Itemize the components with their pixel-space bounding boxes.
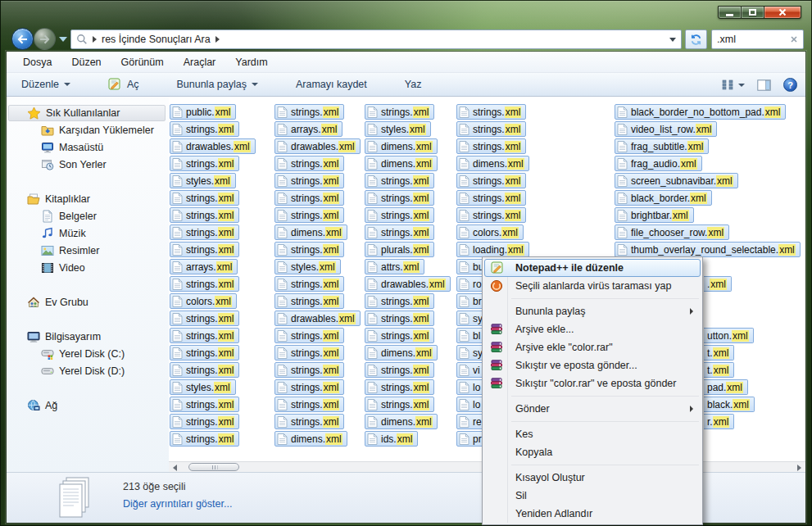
refresh-button[interactable] [685,29,707,49]
file-item[interactable]: styles.xml [365,121,431,137]
scrollbar-thumb[interactable] [188,463,239,471]
file-item[interactable]: strings.xml [274,345,344,360]
file-item[interactable]: colors.xml [456,224,524,240]
sidebar-item-video[interactable]: Video [8,260,166,276]
search-box[interactable] [711,29,804,49]
scroll-left-icon[interactable] [173,465,177,471]
context-menu-item-kopyala[interactable]: Kopyala [484,443,701,461]
toolbar-aramay-kaydet[interactable]: Aramayı kaydet [291,76,372,93]
file-item[interactable]: utton.xml [704,328,754,343]
file-item[interactable]: frag_audio.xml [615,156,702,171]
file-item[interactable]: styles.xml [274,259,341,274]
context-menu-item-s-k-t-r-color-rar-ve-eposta-g-nder[interactable]: Sıkıştır "color.rar" ve eposta gönder [484,374,701,392]
file-item[interactable]: r.xml [704,414,734,429]
sidebar-item-son-yerler[interactable]: Son Yerler [8,156,166,173]
toolbar-d-zenle[interactable]: Düzenle [16,76,75,93]
address-bar[interactable]: res İçinde Sonuçları Ara [70,29,682,49]
file-item[interactable]: strings.xml [274,242,344,257]
sidebar-item-s-k-kullan-lanlar[interactable]: Sık Kullanılanlar [8,105,166,121]
file-item[interactable]: strings.xml [456,138,526,154]
help-button[interactable]: ? [783,78,797,92]
maximize-button[interactable] [742,6,764,19]
file-item[interactable]: strings.xml [170,190,239,206]
file-item[interactable]: strings.xml [456,190,526,206]
file-item[interactable]: drawables.xml [365,276,451,292]
file-item[interactable]: strings.xml [365,362,434,378]
context-menu-item-notepad-ile-d-zenle[interactable]: Notepad++ ile düzenle [484,259,701,277]
file-item[interactable]: strings.xml [170,362,239,378]
file-item[interactable]: arrays.xml [170,259,238,274]
sidebar-item-bilgisayar-m[interactable]: Bilgisayarım [8,329,166,345]
sidebar-item-yerel-disk-d[interactable]: Yerel Disk (D:) [8,363,166,379]
file-item[interactable]: strings.xml [365,311,434,326]
clear-search-icon[interactable] [790,35,798,43]
file-item[interactable]: ids.xml [365,431,418,447]
search-input[interactable] [717,34,783,45]
file-item[interactable]: strings.xml [456,207,526,223]
context-menu-item-sil[interactable]: Sil [484,487,701,505]
file-item[interactable]: black.xml [704,397,755,412]
file-item[interactable]: strings.xml [170,431,239,447]
file-item[interactable]: colors.xml [170,293,237,309]
file-item[interactable]: strings.xml [365,224,434,240]
file-item[interactable]: strings.xml [170,311,239,326]
menubar-item-yard-m[interactable]: Yardım [225,53,277,71]
file-item[interactable]: t.xml [704,362,734,378]
file-item[interactable]: strings.xml [170,276,239,292]
recent-pages-dropdown-icon[interactable] [59,37,67,42]
file-item[interactable]: attrs.xml [365,259,424,274]
file-item[interactable]: strings.xml [274,414,344,429]
file-item[interactable]: strings.xml [170,414,239,429]
scroll-right-icon[interactable] [797,465,801,471]
file-item[interactable]: drawables.xml [274,311,361,326]
file-item[interactable]: drawables.xml [170,138,256,154]
context-menu-item-s-k-t-r-ve-eposta-g-nder[interactable]: Sıkıştır ve eposta gönder... [484,356,701,374]
file-item[interactable]: dimens.xml [365,414,438,429]
address-dropdown-icon[interactable] [669,38,676,42]
file-item[interactable]: strings.xml [274,293,344,309]
breadcrumb[interactable]: res İçinde Sonuçları Ara [102,34,211,45]
file-item[interactable]: strings.xml [170,345,239,360]
back-button[interactable] [11,28,34,50]
file-item[interactable]: dimens.xml [365,156,438,171]
toolbar-bununla-payla[interactable]: Bununla paylaş [171,76,262,93]
file-item[interactable]: loading.xml [456,242,529,257]
file-item[interactable]: strings.xml [365,190,434,206]
file-item[interactable]: strings.xml [365,328,434,343]
sidebar-item-a[interactable]: Ağ [8,397,166,414]
context-menu-item-se-ili-alanlarda-vir-s-taramas-yap[interactable]: Seçili alanlarda virüs taraması yap [484,277,701,295]
file-item[interactable]: plurals.xml [365,242,434,257]
file-item[interactable]: screen_subnavibar.xml [615,173,738,188]
file-item[interactable]: strings.xml [456,121,526,137]
file-item[interactable]: black_border_no_bottom_pad.xml [615,104,786,120]
file-item[interactable]: strings.xml [274,328,344,343]
context-menu-item-k-sayol-olu-tur[interactable]: Kısayol Oluştur [484,469,701,487]
file-item[interactable]: styles.xml [170,173,236,188]
file-item[interactable]: strings.xml [456,173,526,188]
file-item[interactable]: dimens.xml [365,138,438,154]
context-menu-item-kes[interactable]: Kes [484,425,701,443]
minimize-button[interactable] [718,6,742,19]
file-item[interactable]: strings.xml [170,207,239,223]
context-menu-item-bununla-payla[interactable]: Bununla paylaş [484,302,701,320]
file-item[interactable]: strings.xml [274,104,344,120]
file-item[interactable]: strings.xml [365,379,434,395]
file-item[interactable]: strings.xml [170,328,239,343]
file-item[interactable]: .xml [704,276,732,292]
file-item[interactable]: strings.xml [365,104,434,120]
file-item[interactable]: dimens.xml [274,431,347,447]
file-item[interactable]: strings.xml [274,379,344,395]
file-item[interactable]: strings.xml [365,173,434,188]
file-item[interactable]: thumb_overlay_round_selectable.xml [615,242,801,257]
file-item[interactable]: strings.xml [170,156,239,171]
sidebar-item-kar-dan-y-klemeler[interactable]: Karşıdan Yüklemeler [8,122,166,138]
file-item[interactable]: strings.xml [170,242,239,257]
menubar-item-dosya[interactable]: Dosya [13,53,61,71]
file-item[interactable]: drawables.xml [274,138,361,154]
sidebar-item-belgeler[interactable]: Belgeler [8,208,166,224]
file-item[interactable]: strings.xml [274,156,344,171]
file-item[interactable]: black_border.xml [615,190,712,206]
context-menu-item-yeniden-adland-r[interactable]: Yeniden Adlandır [484,505,701,523]
sidebar-item-yerel-disk-c[interactable]: Yerel Disk (C:) [8,346,166,362]
file-item[interactable]: strings.xml [170,224,239,240]
